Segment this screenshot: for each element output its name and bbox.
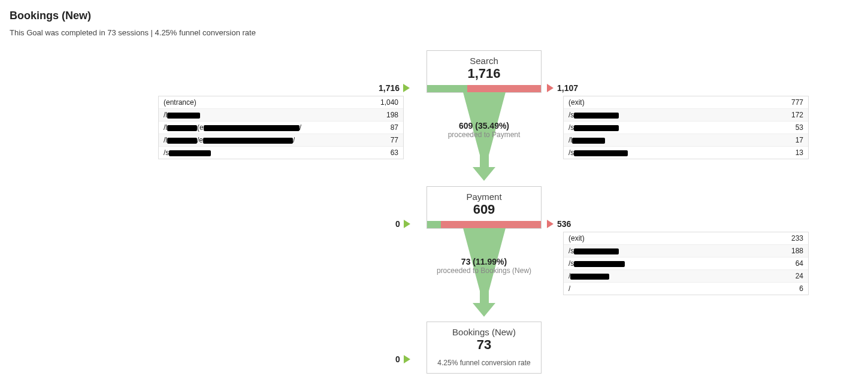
- triangle-out-icon: [547, 84, 554, 92]
- step-out-count: 536: [547, 219, 571, 229]
- step-title: Payment: [427, 187, 541, 202]
- step-title: Search: [427, 51, 541, 66]
- table-row: /l17: [564, 134, 808, 147]
- entrance-sources-table: (entrance)1,040 /l198 /l(e/87 /l/e/77 /s…: [158, 96, 404, 159]
- step-value: 73: [427, 337, 541, 356]
- table-row: /s53: [564, 122, 808, 134]
- step-title: Bookings (New): [427, 322, 541, 337]
- triangle-in-icon: [404, 355, 410, 363]
- table-row: /s188: [564, 245, 808, 257]
- step-in-count: 0: [395, 354, 410, 364]
- triangle-in-icon: [404, 220, 410, 228]
- table-row: /s13: [564, 147, 808, 159]
- bar-proceeded: [427, 221, 441, 228]
- step-value: 609: [427, 202, 541, 221]
- step-in-count: 0: [395, 219, 410, 229]
- funnel-visualization: Search 1,716 1,716 1,107 (entrance)1,040…: [10, 49, 812, 382]
- table-row: (exit)233: [564, 232, 808, 245]
- funnel-step-search: Search 1,716: [427, 50, 542, 93]
- table-row: /s63: [159, 147, 403, 159]
- triangle-out-icon: [547, 220, 554, 228]
- table-row: (entrance)1,040: [159, 96, 403, 109]
- triangle-in-icon: [403, 84, 410, 92]
- table-row: /24: [564, 270, 808, 283]
- table-row: /s64: [564, 257, 808, 270]
- exit-destinations-table: (exit)233 /s188 /s64 /24 /6: [563, 232, 809, 295]
- funnel-step-payment: Payment 609: [427, 186, 542, 229]
- step-out-count: 1,107: [547, 83, 578, 93]
- bar-exited: [441, 221, 541, 228]
- bar-exited: [467, 85, 541, 92]
- table-row: /6: [564, 283, 808, 295]
- table-row: /s172: [564, 109, 808, 122]
- table-row: /l/e/77: [159, 134, 403, 147]
- table-row: /l198: [159, 109, 403, 122]
- table-row: (exit)777: [564, 96, 808, 109]
- page-title: Bookings (New): [10, 10, 858, 22]
- step-progress-bar: [427, 221, 541, 228]
- table-row: /l(e/87: [159, 122, 403, 134]
- step-progress-bar: [427, 85, 541, 92]
- step-in-count: 1,716: [379, 83, 410, 93]
- exit-destinations-table: (exit)777 /s172 /s53 /l17 /s13: [563, 96, 809, 159]
- funnel-step-bookings: Bookings (New) 73 4.25% funnel conversio…: [427, 322, 542, 374]
- step-conversion-rate: 4.25% funnel conversion rate: [427, 356, 541, 373]
- step-value: 1,716: [427, 66, 541, 85]
- proceed-label: 73 (11.99%) proceeded to Bookings (New): [424, 257, 544, 275]
- bar-proceeded: [427, 85, 467, 92]
- proceed-label: 609 (35.49%) proceeded to Payment: [424, 121, 544, 139]
- page-subtitle: This Goal was completed in 73 sessions |…: [10, 28, 858, 37]
